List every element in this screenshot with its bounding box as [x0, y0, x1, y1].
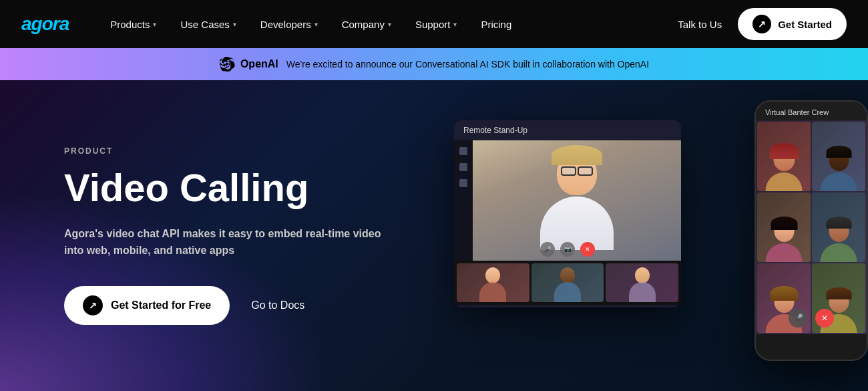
- end-call-button[interactable]: ✕: [815, 309, 834, 328]
- get-started-free-button[interactable]: ↗ Get Started for Free: [64, 286, 230, 325]
- hair: [769, 143, 799, 159]
- person-body: [629, 282, 656, 302]
- face-cell-4: [812, 192, 865, 262]
- face-cell-1: [757, 122, 811, 191]
- chevron-down-icon: ▾: [388, 21, 391, 28]
- face-body: [821, 172, 857, 191]
- hair: [771, 217, 797, 230]
- head-shape: [557, 152, 597, 195]
- panel-icon: [459, 147, 467, 155]
- phone-content: 🎤 ✕: [756, 120, 867, 334]
- nav-right: Talk to Us ↗ Get Started: [678, 8, 847, 40]
- phone-controls: 🎤 ✕: [789, 309, 834, 328]
- side-panel: [454, 140, 473, 261]
- go-to-docs-link[interactable]: Go to Docs: [251, 299, 304, 311]
- face-cell-3: [757, 192, 811, 262]
- face-body: [766, 243, 803, 262]
- chevron-down-icon: ▾: [314, 21, 318, 28]
- video-call-mockup: Remote Stand-Up: [454, 120, 681, 307]
- announcement-banner[interactable]: OpenAI We're excited to announce our Con…: [0, 48, 868, 80]
- openai-brand-name: OpenAI: [240, 58, 278, 70]
- chevron-down-icon: ▾: [233, 21, 236, 28]
- person-head: [635, 267, 650, 283]
- thumb-2: [531, 263, 604, 302]
- talk-to-us-link[interactable]: Talk to Us: [678, 19, 722, 30]
- product-label: PRODUCT: [64, 146, 385, 156]
- hair: [826, 146, 851, 158]
- glasses-shape: [561, 166, 593, 176]
- face-body: [766, 172, 803, 191]
- hair: [826, 217, 851, 229]
- cta-arrow-icon: ↗: [83, 295, 103, 315]
- get-started-button[interactable]: ↗ Get Started: [738, 8, 847, 40]
- hero-visuals: Remote Stand-Up: [454, 100, 868, 388]
- chevron-down-icon: ▾: [153, 21, 156, 28]
- mic-button[interactable]: 🎤: [789, 309, 807, 328]
- thumb-1: [457, 263, 529, 302]
- hero-description: Agora's video chat API makes it easy to …: [64, 225, 385, 259]
- video-main-area: 🎤 📷 ✕: [454, 140, 681, 261]
- person-body: [479, 282, 506, 302]
- person-head: [560, 267, 575, 283]
- mute-button[interactable]: 🎤: [540, 242, 555, 257]
- nav-links: Products ▾ Use Cases ▾ Developers ▾ Comp…: [101, 13, 678, 35]
- thumbnail-strip: [454, 261, 681, 305]
- openai-badge: OpenAI: [219, 56, 278, 72]
- panel-icon: [459, 163, 467, 171]
- nav-item-pricing[interactable]: Pricing: [471, 13, 521, 35]
- end-call-button[interactable]: ✕: [580, 242, 595, 257]
- hero-actions: ↗ Get Started for Free Go to Docs: [64, 286, 385, 325]
- nav-item-products[interactable]: Products ▾: [101, 13, 166, 35]
- hair: [826, 287, 851, 299]
- banner-message: We're excited to announce our Conversati…: [286, 59, 649, 70]
- openai-logo-icon: [219, 56, 235, 72]
- hero-title: Video Calling: [64, 166, 385, 209]
- navbar: agora Products ▾ Use Cases ▾ Developers …: [0, 0, 868, 48]
- face-cell-2: [812, 122, 865, 191]
- hero-section: PRODUCT Video Calling Agora's video chat…: [0, 80, 868, 391]
- video-controls: 🎤 📷 ✕: [540, 242, 595, 257]
- chevron-down-icon: ▾: [453, 21, 457, 28]
- video-toggle-button[interactable]: 📷: [560, 242, 575, 257]
- hair: [770, 286, 798, 301]
- face-head: [774, 221, 794, 242]
- thumb-3: [606, 263, 678, 302]
- face-head: [773, 148, 795, 171]
- nav-item-company[interactable]: Company ▾: [333, 13, 401, 35]
- face-grid: [756, 120, 867, 334]
- phone-mockup-title: Virtual Banter Crew: [756, 102, 867, 120]
- hero-content: PRODUCT Video Calling Agora's video chat…: [0, 146, 385, 325]
- panel-icon: [459, 179, 467, 187]
- brand-logo[interactable]: agora: [21, 13, 69, 35]
- face-head: [829, 221, 849, 242]
- nav-item-support[interactable]: Support ▾: [406, 13, 467, 35]
- video-mockup-title: Remote Stand-Up: [454, 120, 681, 140]
- phone-mockup: Virtual Banter Crew: [754, 100, 868, 361]
- nav-item-use-cases[interactable]: Use Cases ▾: [171, 13, 245, 35]
- person-body: [554, 282, 581, 302]
- hair-shape: [552, 145, 602, 165]
- arrow-icon: ↗: [752, 15, 771, 33]
- nav-item-developers[interactable]: Developers ▾: [251, 13, 327, 35]
- face-head: [829, 150, 849, 171]
- face-body: [821, 243, 857, 262]
- presenter-avatar: [540, 152, 614, 250]
- person-head: [485, 267, 500, 283]
